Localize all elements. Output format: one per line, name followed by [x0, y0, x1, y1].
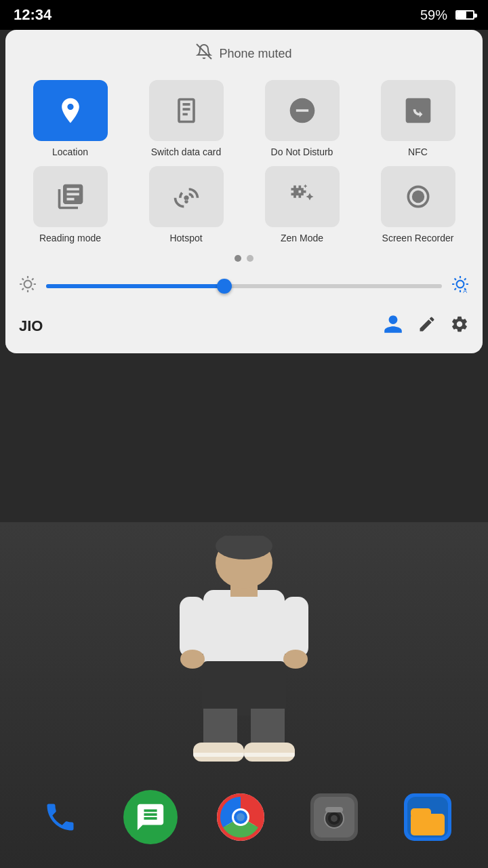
tile-do-not-disturb[interactable]: Do Not Disturb [248, 80, 356, 158]
status-time: 12:34 [14, 6, 52, 24]
tile-nfc[interactable]: NFC [364, 80, 472, 158]
svg-rect-14 [244, 753, 295, 757]
dot-1 [235, 255, 241, 262]
screen-recorder-label: Screen Recorder [382, 233, 454, 244]
status-right: 59% [420, 7, 474, 23]
quick-settings-panel: Phone muted Location Switch data card [5, 30, 483, 353]
dock-files[interactable] [397, 787, 458, 848]
dock-chrome[interactable] [210, 787, 271, 848]
svg-point-18 [283, 650, 308, 669]
nfc-label: NFC [408, 146, 428, 158]
svg-point-28 [331, 815, 338, 822]
battery-icon [455, 10, 474, 20]
dot-2 [247, 255, 253, 262]
bell-muted-icon [196, 43, 212, 64]
home-area [0, 522, 488, 868]
dock-messages[interactable] [123, 790, 178, 844]
switch-data-card-label: Switch data card [151, 146, 222, 158]
hotspot-label: Hotspot [169, 233, 202, 244]
tile-reading-mode[interactable]: Reading mode [16, 166, 124, 244]
pagination-dots [16, 255, 472, 262]
hotspot-icon-box [149, 166, 224, 227]
dnd-label: Do Not Disturb [271, 146, 333, 158]
dock-camera[interactable] [304, 787, 365, 848]
nfc-icon-box [381, 80, 455, 141]
dock-row [0, 787, 488, 848]
location-label: Location [52, 146, 88, 158]
phone-muted-row: Phone muted [16, 43, 472, 64]
switch-data-card-icon-box [149, 80, 224, 141]
svg-line-0 [197, 44, 211, 59]
status-bar: 12:34 59% [0, 0, 488, 30]
tile-screen-recorder[interactable]: Screen Recorder [364, 166, 472, 244]
tile-switch-data-card[interactable]: Switch data card [132, 80, 240, 158]
brightness-high-icon: A [451, 275, 469, 297]
svg-rect-16 [283, 597, 308, 658]
battery-percentage: 59% [420, 7, 447, 23]
svg-point-23 [237, 813, 245, 821]
phone-muted-label: Phone muted [219, 47, 291, 61]
brightness-slider[interactable] [46, 284, 442, 288]
brightness-row: A [16, 275, 472, 297]
user-icon[interactable] [382, 313, 404, 340]
svg-rect-29 [325, 807, 343, 812]
settings-icon[interactable] [450, 315, 469, 338]
dock-phone[interactable] [30, 787, 91, 848]
tile-location[interactable]: Location [16, 80, 124, 158]
svg-rect-4 [203, 590, 285, 671]
svg-point-17 [180, 650, 205, 669]
avatar-figure [142, 536, 346, 766]
svg-rect-12 [244, 743, 295, 762]
reading-mode-icon-box [33, 166, 108, 227]
dnd-icon-box [265, 80, 340, 141]
carrier-label: JIO [19, 317, 43, 335]
tile-hotspot[interactable]: Hotspot [132, 166, 240, 244]
brightness-low-icon [19, 275, 37, 297]
tile-zen-mode[interactable]: Zen Mode [248, 166, 356, 244]
tiles-grid: Location Switch data card Do Not Disturb [16, 80, 472, 244]
location-icon-box [33, 80, 108, 141]
svg-text:A: A [463, 288, 467, 293]
svg-point-2 [411, 191, 424, 203]
svg-rect-8 [202, 661, 286, 715]
screen-recorder-icon-box [381, 166, 455, 227]
svg-rect-15 [180, 597, 205, 658]
zen-mode-icon-box [265, 166, 340, 227]
footer-icons [382, 313, 469, 340]
reading-mode-label: Reading mode [39, 233, 101, 244]
svg-rect-33 [411, 808, 431, 818]
svg-rect-13 [193, 753, 244, 757]
zen-mode-label: Zen Mode [281, 233, 323, 244]
svg-rect-11 [193, 743, 244, 762]
footer-row: JIO [16, 313, 472, 340]
edit-icon[interactable] [418, 315, 436, 338]
